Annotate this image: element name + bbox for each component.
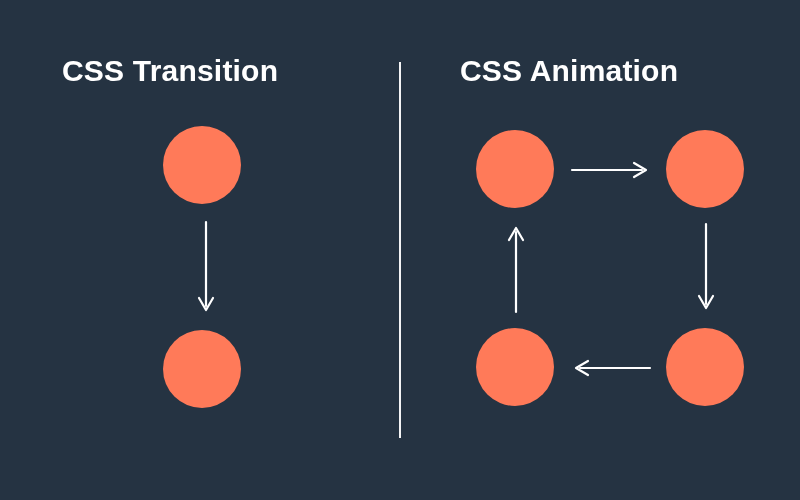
- animation-arrow-left: [570, 358, 652, 378]
- transition-heading: CSS Transition: [62, 54, 278, 88]
- transition-panel: CSS Transition: [0, 0, 400, 500]
- animation-circle-bottom-right: [666, 328, 744, 406]
- animation-arrow-up: [506, 222, 526, 314]
- transition-start-circle: [163, 126, 241, 204]
- animation-circle-top-left: [476, 130, 554, 208]
- animation-heading: CSS Animation: [460, 54, 678, 88]
- animation-circle-bottom-left: [476, 328, 554, 406]
- transition-end-circle: [163, 330, 241, 408]
- transition-arrow-down: [196, 220, 216, 315]
- animation-arrow-down: [696, 222, 716, 314]
- animation-arrow-right: [570, 160, 652, 180]
- animation-circle-top-right: [666, 130, 744, 208]
- animation-panel: CSS Animation: [400, 0, 800, 500]
